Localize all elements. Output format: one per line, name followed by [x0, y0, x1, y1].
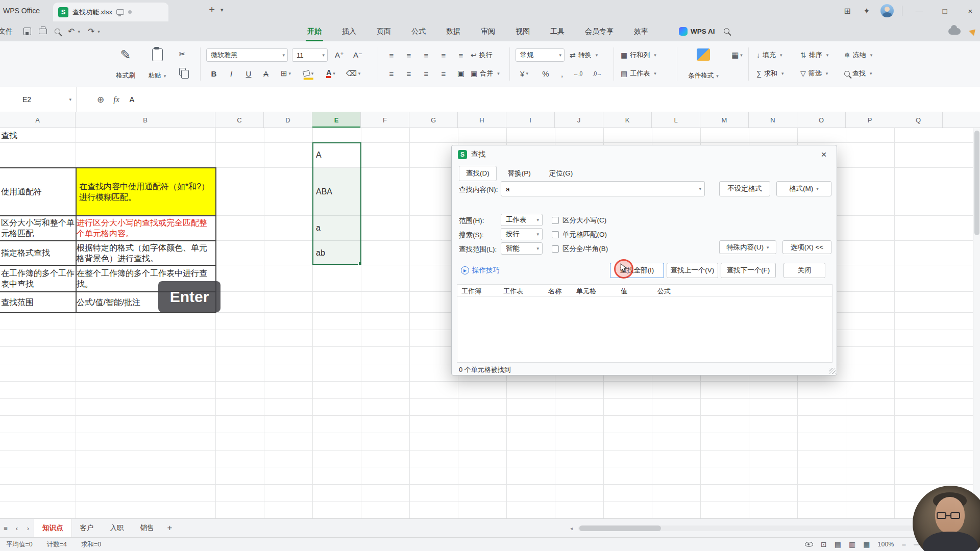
comma-style-icon[interactable]: ,	[554, 67, 570, 80]
font-color-button[interactable]: A▾	[321, 67, 341, 80]
ribbon-tab[interactable]: 会员专享	[582, 21, 617, 41]
result-column-header[interactable]: 公式	[657, 287, 671, 296]
minimize-button[interactable]: —	[911, 0, 928, 21]
decrease-font-icon[interactable]: A⁻	[350, 48, 365, 62]
font-name-combobox[interactable]: 微软雅黑▾	[206, 48, 288, 62]
scroll-left-icon[interactable]: ◂	[570, 525, 573, 531]
fill-handle[interactable]	[358, 262, 362, 265]
cell-a4[interactable]: 区分大小写和整个单元格匹配	[1, 216, 75, 240]
cell-a3[interactable]: 使用通配符	[1, 168, 75, 215]
search-icon[interactable]	[724, 28, 729, 34]
cell-b3[interactable]: 在查找内容中使用通配符（如*和?）进行模糊匹配。	[77, 168, 215, 215]
match-cell-checkbox[interactable]: 单元格匹配(O)	[552, 230, 607, 239]
match-case-checkbox[interactable]: 区分大小写(C)	[552, 216, 606, 225]
redo-caret-icon[interactable]: ▾	[97, 29, 100, 34]
sort-button[interactable]: ⇅排序▾	[800, 48, 828, 62]
align-center-icon[interactable]: ≡	[401, 67, 416, 80]
freeze-button[interactable]: ❄冻结▾	[844, 48, 872, 62]
rows-columns-button[interactable]: ▦行和列▾	[621, 48, 656, 62]
results-list[interactable]	[457, 297, 832, 362]
sheet-tab[interactable]: 客户	[72, 519, 102, 537]
new-tab-button[interactable]: +	[205, 4, 218, 16]
find-next-button[interactable]: 查找下一个(F)	[721, 263, 776, 278]
horizontal-scrollbar[interactable]: ◂ ▸	[570, 525, 971, 531]
view-break-icon[interactable]: ▦	[863, 540, 870, 548]
result-column-header[interactable]: 工作簿	[461, 287, 481, 296]
name-box[interactable]: E2▾	[0, 87, 77, 112]
column-header[interactable]: L	[652, 112, 700, 128]
ribbon-tab[interactable]: 效率	[631, 21, 651, 41]
column-header-partial[interactable]	[943, 112, 980, 128]
document-tab[interactable]: S 查找功能.xlsx	[53, 3, 168, 21]
cut-icon[interactable]: ✂	[175, 47, 190, 61]
scrollbar-thumb[interactable]	[579, 525, 661, 531]
cell-a7[interactable]: 查找范围	[1, 292, 75, 312]
scrollbar-track[interactable]	[578, 525, 963, 531]
eye-protection-icon[interactable]	[805, 542, 813, 547]
increase-decimal-icon[interactable]: ←.0	[569, 67, 587, 80]
column-header[interactable]: H	[458, 112, 506, 128]
ribbon-tab[interactable]: 开始	[304, 21, 325, 41]
column-header[interactable]: B	[76, 112, 215, 128]
zoom-out-button[interactable]: −	[901, 540, 906, 549]
ribbon-tab[interactable]: 审阅	[478, 21, 498, 41]
ribbon-tab[interactable]: 数据	[443, 21, 463, 41]
dialog-tab[interactable]: 定位(G)	[542, 166, 580, 181]
options-button[interactable]: 选项(X) <<	[782, 240, 831, 254]
cell-b5[interactable]: 根据特定的格式（如字体颜色、单元格背景色）进行查找。	[77, 241, 214, 264]
sheet-tab[interactable]: 知识点	[34, 519, 72, 537]
close-button[interactable]: ×	[962, 0, 979, 21]
align-right-icon[interactable]: ≡	[419, 67, 434, 80]
align-left-icon[interactable]: ≡	[384, 67, 399, 80]
find-what-combobox[interactable]: a▾	[501, 181, 705, 196]
justify-icon[interactable]: ≡	[436, 67, 451, 80]
special-content-button[interactable]: 特殊内容(U)▾	[719, 240, 776, 254]
wrap-text-button[interactable]: ↩换行	[471, 48, 493, 62]
wps-ai-button[interactable]: WPS AI	[679, 21, 715, 41]
view-layout-icon[interactable]: ▥	[849, 540, 855, 548]
maximize-button[interactable]: □	[936, 0, 953, 21]
align-bottom-icon[interactable]: ≡	[419, 48, 434, 62]
add-sheet-button[interactable]: +	[162, 523, 178, 533]
column-header[interactable]: M	[700, 112, 749, 128]
undo-icon[interactable]: ↶	[68, 27, 75, 36]
scrollbar-thumb[interactable]	[974, 131, 979, 235]
close-icon[interactable]: ×	[817, 149, 830, 160]
sheet-tab[interactable]: 销售	[132, 519, 162, 537]
percent-icon[interactable]: %	[538, 67, 553, 80]
ribbon-tab[interactable]: 公式	[408, 21, 429, 41]
align-top-icon[interactable]: ≡	[384, 48, 399, 62]
strikethrough-button[interactable]: A	[258, 67, 274, 80]
cell-a5[interactable]: 指定格式查找	[1, 241, 75, 264]
number-format-combobox[interactable]: 常规▾	[516, 48, 565, 62]
convert-button[interactable]: ⇄转换▾	[570, 48, 598, 62]
result-column-header[interactable]: 值	[621, 287, 627, 296]
align-middle-icon[interactable]: ≡	[401, 48, 416, 62]
insert-icon[interactable]: ⊕	[97, 94, 104, 105]
save-icon[interactable]	[23, 28, 31, 35]
sum-button[interactable]: ∑求和▾	[756, 67, 784, 80]
cell-a1[interactable]: 查找	[1, 128, 75, 142]
worksheet-button[interactable]: ▤工作表▾	[621, 67, 656, 80]
column-header[interactable]: K	[603, 112, 652, 128]
find-previous-button[interactable]: 查找上一个(V)	[667, 263, 718, 278]
cell-a6[interactable]: 在工作簿的多个工作表中查找	[1, 266, 75, 291]
user-avatar[interactable]	[880, 4, 894, 17]
ribbon-tab[interactable]: 页面	[374, 21, 394, 41]
formula-input[interactable]: A	[130, 95, 134, 104]
cell-b4[interactable]: 进行区分大小写的查找或完全匹配整个单元格内容。	[77, 216, 214, 240]
column-header[interactable]: D	[264, 112, 312, 128]
file-menu[interactable]: 文件	[0, 21, 20, 41]
column-header[interactable]: C	[215, 112, 264, 128]
device-sync-icon[interactable]: ⊡	[821, 540, 827, 548]
undo-caret-icon[interactable]: ▾	[78, 29, 80, 34]
column-header[interactable]: G	[409, 112, 458, 128]
column-header[interactable]: E	[312, 112, 361, 128]
column-header[interactable]: N	[749, 112, 797, 128]
fill-button[interactable]: ↓填充▾	[756, 48, 782, 62]
column-header[interactable]: P	[846, 112, 894, 128]
dialog-tab[interactable]: 替换(P)	[501, 166, 538, 181]
result-column-header[interactable]: 工作表	[503, 287, 523, 296]
find-button[interactable]: 查找▾	[844, 67, 872, 80]
match-width-checkbox[interactable]: 区分全/半角(B)	[552, 244, 608, 254]
